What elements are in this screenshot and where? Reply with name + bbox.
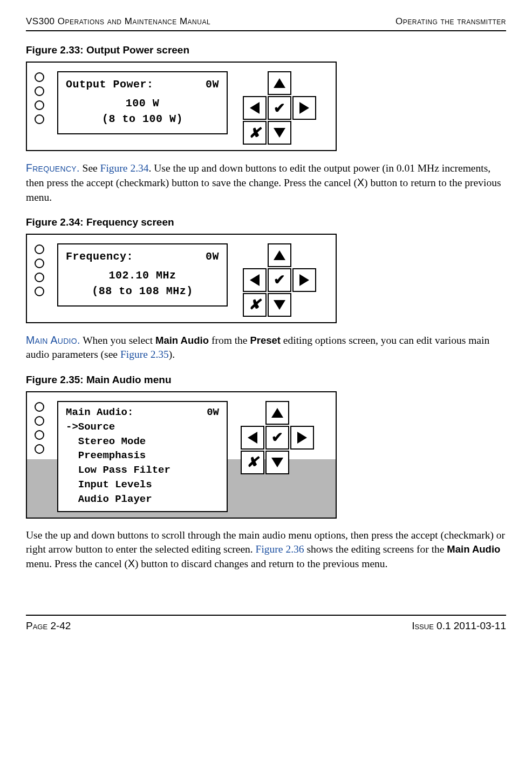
paragraph-frequency: Frequency. See Figure 2.34. Use the up a… — [26, 161, 506, 205]
cancel-button[interactable]: ✘ — [243, 121, 267, 145]
nav-pad: ✔ ✘ — [233, 401, 325, 472]
lcd-label: Output Power: — [66, 77, 154, 92]
led-indicator — [35, 273, 44, 282]
cancel-button[interactable]: ✘ — [243, 293, 267, 317]
down-button[interactable] — [265, 451, 289, 474]
lcd-range: (8 to 100 W) — [66, 111, 219, 127]
figure-235-panel: Main Audio: 0W ->Source Stereo Mode Pree… — [26, 391, 337, 519]
text: from the — [209, 335, 250, 346]
led-column — [27, 392, 57, 518]
lead-main-audio: Main Audio. — [26, 334, 80, 346]
link-figure-235[interactable]: Figure 2.35 — [120, 349, 169, 360]
led-indicator — [35, 416, 44, 426]
text: ). — [169, 349, 175, 360]
text: shows the editing screens for the — [304, 543, 447, 555]
lcd-label: Frequency: — [66, 249, 133, 264]
checkmark-icon: ✔ — [271, 429, 283, 446]
link-figure-236[interactable]: Figure 2.36 — [256, 543, 304, 555]
footer-issue: Issue 0.1 2011-03-11 — [412, 620, 506, 632]
menu-item[interactable]: Low Pass Filter — [66, 463, 219, 478]
figure-234-title: Figure 2.34: Frequency screen — [26, 216, 506, 228]
down-button[interactable] — [268, 293, 291, 317]
led-indicator — [35, 402, 44, 412]
left-button[interactable] — [241, 426, 264, 450]
figure-233-panel: Output Power: 0W 100 W (8 to 100 W) ✔ ✘ — [26, 62, 337, 151]
right-button[interactable] — [290, 426, 314, 450]
page-header: VS300 Operations and Maintenance Manual … — [26, 16, 506, 31]
led-indicator — [35, 287, 44, 296]
menu-item[interactable]: Audio Player — [66, 492, 219, 507]
lcd-range: (88 to 108 MHz) — [66, 283, 219, 299]
right-button[interactable] — [292, 268, 316, 292]
lcd-menu-title: Main Audio: — [66, 405, 133, 420]
led-column — [27, 63, 57, 131]
x-icon: ✘ — [249, 296, 261, 313]
menu-item[interactable]: Input Levels — [66, 478, 219, 492]
down-button[interactable] — [268, 121, 291, 145]
text: See — [80, 162, 100, 174]
led-indicator — [35, 430, 44, 440]
ui-term: Main Audio — [155, 335, 209, 346]
led-indicator — [35, 258, 44, 268]
led-indicator — [35, 72, 44, 82]
lcd-power-reading: 0W — [206, 77, 219, 92]
accept-button[interactable]: ✔ — [268, 96, 291, 120]
lcd-power-reading: 0W — [207, 405, 219, 420]
led-indicator — [35, 86, 44, 96]
up-button[interactable] — [268, 243, 291, 267]
checkmark-icon: ✔ — [274, 100, 285, 117]
cancel-button[interactable]: ✘ — [241, 451, 264, 474]
x-icon: ✘ — [249, 125, 261, 141]
led-indicator — [35, 114, 44, 124]
figure-235-title: Figure 2.35: Main Audio menu — [26, 374, 506, 386]
paragraph-after-235: Use the up and down buttons to scroll th… — [26, 528, 506, 571]
up-button[interactable] — [265, 401, 289, 425]
accept-button[interactable]: ✔ — [265, 426, 289, 450]
x-char: X — [357, 176, 364, 188]
up-button[interactable] — [268, 71, 291, 95]
nav-pad: ✔ ✘ — [235, 243, 322, 314]
lcd-screen-frequency: Frequency: 0W 102.10 MHz (88 to 108 MHz) — [57, 243, 228, 307]
figure-234-panel: Frequency: 0W 102.10 MHz (88 to 108 MHz)… — [26, 234, 337, 323]
menu-item[interactable]: Stereo Mode — [66, 434, 219, 449]
lcd-screen-output-power: Output Power: 0W 100 W (8 to 100 W) — [57, 71, 228, 134]
lcd-power-reading: 0W — [206, 249, 219, 264]
led-indicator — [35, 100, 44, 110]
text: When you select — [80, 335, 155, 346]
x-char: X — [128, 557, 135, 569]
led-column — [27, 235, 57, 303]
footer-page: Page 2-42 — [26, 620, 71, 632]
led-indicator — [35, 244, 44, 254]
page-footer: Page 2-42 Issue 0.1 2011-03-11 — [26, 615, 506, 632]
left-button[interactable] — [243, 96, 267, 120]
ui-term: Preset — [250, 335, 281, 346]
lead-frequency: Frequency. — [26, 162, 80, 174]
text: ) button to discard changes and return t… — [135, 558, 387, 569]
lcd-value: 102.10 MHz — [66, 268, 219, 283]
menu-item[interactable]: ->Source — [66, 420, 219, 434]
checkmark-icon: ✔ — [274, 271, 285, 288]
lcd-value: 100 W — [66, 96, 219, 111]
figure-233-title: Figure 2.33: Output Power screen — [26, 44, 506, 56]
lcd-screen-main-audio-menu: Main Audio: 0W ->Source Stereo Mode Pree… — [57, 401, 228, 513]
paragraph-main-audio: Main Audio. When you select Main Audio f… — [26, 333, 506, 362]
link-figure-234[interactable]: Figure 2.34 — [100, 162, 149, 174]
led-indicator — [35, 444, 44, 454]
menu-item[interactable]: Preemphasis — [66, 448, 219, 463]
nav-pad: ✔ ✘ — [235, 71, 322, 141]
accept-button[interactable]: ✔ — [268, 268, 291, 292]
header-left: VS300 Operations and Maintenance Manual — [26, 16, 210, 27]
x-icon: ✘ — [247, 454, 258, 471]
text: menu. Press the cancel ( — [26, 558, 128, 569]
left-button[interactable] — [243, 268, 267, 292]
ui-term: Main Audio — [447, 543, 500, 555]
header-right: Operating the transmitter — [395, 16, 506, 27]
right-button[interactable] — [292, 96, 316, 120]
